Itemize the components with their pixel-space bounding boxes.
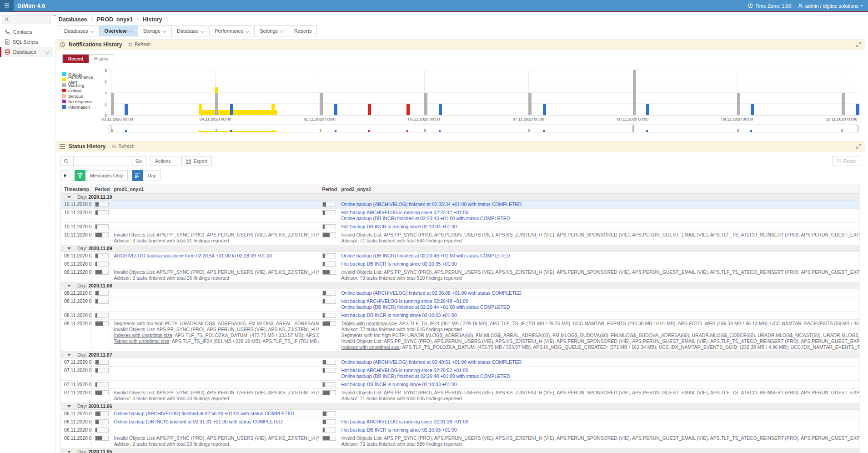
- status-row[interactable]: 06.11.2020 02:15Hot backup DB INCR is ru…: [61, 426, 860, 434]
- sidebar-item-databases[interactable]: Databases: [0, 47, 53, 57]
- message-line[interactable]: Hot backup DB INCR is running since 02:1…: [341, 427, 858, 433]
- maximize-icon[interactable]: [856, 144, 861, 149]
- status-row[interactable]: 09.11.2020 02:15Hot backup DB INCR is ru…: [61, 260, 860, 268]
- day-group-row[interactable]: Day: 2020.11.07: [61, 351, 860, 358]
- reset-button[interactable]: Reset: [832, 156, 860, 166]
- status-row[interactable]: 06.11.2020 00:00Invalid Objects List: AP…: [61, 434, 860, 448]
- day-group-row[interactable]: Day: 2020.11.06: [61, 403, 860, 409]
- collapse-triangle-icon[interactable]: [67, 451, 71, 453]
- column-header-prod1-onyx1[interactable]: prod1_onyx1: [110, 185, 319, 193]
- column-header-timestamp[interactable]: Timestamp↓≡: [61, 185, 91, 193]
- status-row[interactable]: 09.11.2020 02:30ARCHIVELOG backup was do…: [61, 252, 860, 260]
- status-row[interactable]: 06.11.2020 03:00Online backup (ARCHIVELO…: [61, 409, 860, 418]
- status-row[interactable]: 07.11.2020 02:15Hot backup DB INCR is ru…: [61, 380, 860, 388]
- message-line[interactable]: Online backup (DB INCR) finished at 02:3…: [114, 419, 316, 425]
- toggle-history[interactable]: History: [89, 55, 114, 63]
- day-group-row[interactable]: Day: 2020.11.05: [61, 448, 860, 453]
- message-line[interactable]: Online backup (DB INCR) finished at 02:2…: [341, 373, 858, 379]
- period1-cell: [91, 208, 110, 222]
- export-button[interactable]: Export: [181, 156, 211, 166]
- maximize-icon[interactable]: [856, 42, 861, 47]
- message-line[interactable]: Hot backup ARCHIVELOG is running since 0…: [341, 419, 858, 425]
- collapse-triangle-icon[interactable]: [67, 247, 71, 250]
- message-line[interactable]: Hot backup ARCHIVELOG is running since 0…: [341, 367, 858, 373]
- day-group-row[interactable]: Day: 2020.11.09: [61, 245, 860, 252]
- chart-bar-critical: [406, 104, 410, 115]
- grid-line: [109, 92, 858, 93]
- status-row[interactable]: 07.11.2020 00:00Invalid Objects List: AP…: [61, 388, 860, 403]
- message-line[interactable]: Online backup (DB INCR) finished at 02:2…: [341, 253, 858, 259]
- range-handle-right[interactable]: [856, 125, 858, 132]
- menu-toggle-icon[interactable]: ☰: [0, 0, 14, 12]
- status-row[interactable]: 08.11.2020 00:00Segments with too high P…: [61, 319, 860, 351]
- collapse-triangle-icon[interactable]: [67, 405, 71, 408]
- go-button[interactable]: Go: [131, 156, 146, 166]
- tab-databases[interactable]: Databases: [59, 25, 100, 36]
- message-line[interactable]: Hot backup DB INCR is running since 02:1…: [341, 382, 858, 388]
- breadcrumb-item-prod-onyx1[interactable]: PROD_onyx1: [97, 16, 133, 23]
- period1-cell: [91, 409, 110, 418]
- day-group-row[interactable]: Day: 2020.11.10: [61, 193, 860, 200]
- message-line[interactable]: Hot backup ARCHIVELOG is running since 0…: [341, 210, 858, 216]
- column-header-prod2-onyx2[interactable]: prod2_onyx2: [338, 185, 860, 193]
- message-line[interactable]: Hot backup DB INCR is running since 02:1…: [341, 261, 858, 267]
- collapse-triangle-icon[interactable]: [67, 196, 71, 198]
- status-row[interactable]: 08.11.2020 02:15Hot backup DB INCR is ru…: [61, 311, 860, 319]
- tab-settings[interactable]: Settings: [255, 25, 289, 36]
- range-handle-left[interactable]: [109, 125, 111, 132]
- toggle-recent[interactable]: Recent: [63, 55, 89, 63]
- sidebar-search[interactable]: [2, 15, 51, 24]
- status-row[interactable]: 10.11.2020 02:45Online backup (ARCHIVELO…: [61, 200, 860, 208]
- column-header-period-1[interactable]: Period #1: [91, 185, 110, 193]
- status-row[interactable]: 08.11.2020 02:45Online backup (ARCHIVELO…: [61, 289, 860, 297]
- collapse-triangle-icon[interactable]: [67, 354, 71, 356]
- message-line[interactable]: Online backup (DB INCR) finished at 02:2…: [341, 304, 858, 310]
- message-line[interactable]: Online backup (ARCHIVELOG) finished at 0…: [341, 290, 858, 296]
- sidebar-item-sql-scripts[interactable]: SQL Scripts: [0, 37, 53, 47]
- chart-legend: OutagePerformance AlertWarningCriticalSe…: [62, 70, 101, 132]
- tab-database[interactable]: Database: [172, 25, 210, 36]
- status-row[interactable]: 08.11.2020 02:30Hot backup ARCHIVELOG is…: [61, 297, 860, 311]
- sidebar-item-contacts[interactable]: Contacts: [0, 27, 53, 37]
- status-row[interactable]: 10.11.2020 00:00Invalid Objects List: AP…: [61, 231, 860, 245]
- message-line[interactable]: Hot backup DB INCR is running since 02:1…: [341, 312, 858, 318]
- status-refresh-button[interactable]: Refresh: [112, 144, 134, 149]
- tab-performance[interactable]: Performance: [210, 25, 255, 36]
- tab-overview[interactable]: Overview: [100, 25, 138, 36]
- prod2-message-cell: Invalid Objects List: APS.PP_SYNC (PRO),…: [338, 434, 860, 448]
- filter-chip-messages-only[interactable]: Messages Only: [75, 170, 128, 181]
- search-input[interactable]: [74, 156, 129, 166]
- breadcrumb-item-databases[interactable]: Databases: [59, 16, 87, 23]
- message-line[interactable]: Online backup (DB INCR) finished at 02:2…: [341, 216, 858, 221]
- status-row[interactable]: 06.11.2020 02:45Online backup (DB INCR) …: [61, 418, 860, 426]
- period-indicator: [322, 210, 336, 215]
- message-line[interactable]: Online backup (ARCHIVELOG) finished at 0…: [341, 359, 858, 365]
- breadcrumb-item-history[interactable]: History: [143, 16, 162, 23]
- message-line[interactable]: Online backup (ARCHIVELOG) finished at 0…: [341, 201, 858, 207]
- period-indicator: [95, 428, 109, 433]
- message-line[interactable]: Hot backup ARCHIVELOG is running since 0…: [341, 298, 858, 304]
- user-menu[interactable]: admin / digitec solutions ▾: [798, 3, 863, 9]
- status-row[interactable]: 07.11.2020 02:30Hot backup ARCHIVELOG is…: [61, 366, 860, 380]
- status-row[interactable]: 10.11.2020 02:30Hot backup ARCHIVELOG is…: [61, 208, 860, 222]
- status-row[interactable]: 09.11.2020 00:00Invalid Objects List: AP…: [61, 268, 860, 282]
- expand-filters-button[interactable]: [60, 170, 70, 181]
- collapse-triangle-icon[interactable]: [67, 285, 71, 287]
- notifications-refresh-button[interactable]: Refresh: [128, 42, 151, 47]
- grid-line: [109, 81, 858, 81]
- chart-range-selector[interactable]: [109, 125, 858, 132]
- actions-button[interactable]: Actions: [151, 156, 177, 166]
- tab-reports[interactable]: Reports: [289, 25, 317, 36]
- column-header-period-2[interactable]: Period #2: [319, 185, 338, 193]
- status-row[interactable]: 07.11.2020 02:45Online backup (ARCHIVELO…: [61, 358, 860, 366]
- search-column-selector[interactable]: [60, 156, 74, 166]
- message-line[interactable]: Online backup (ARCHIVELOG) finished at 0…: [114, 411, 316, 417]
- message-line[interactable]: ARCHIVELOG backup was done from 02:20:54…: [114, 253, 316, 259]
- filter-chip-day[interactable]: Day: [132, 170, 161, 181]
- status-row[interactable]: 10.11.2020 02:15Hot backup DB INCR is ru…: [61, 222, 860, 231]
- message-line[interactable]: Hot backup DB INCR is running since 02:1…: [341, 224, 858, 230]
- day-group-row[interactable]: Day: 2020.11.08: [61, 282, 860, 289]
- tab-storage[interactable]: Storage: [138, 25, 172, 36]
- sidebar-search-input[interactable]: [11, 17, 48, 22]
- time-zone[interactable]: Time Zone: 1:00: [748, 3, 792, 9]
